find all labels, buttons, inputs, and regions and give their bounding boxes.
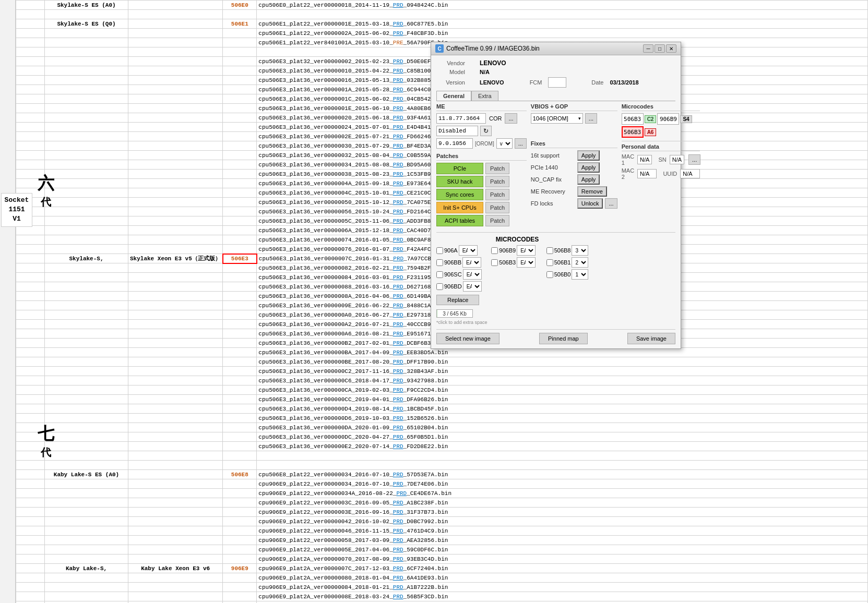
tab-general[interactable]: General <box>436 91 471 101</box>
mc2-badge: S4 <box>680 115 692 123</box>
col-e-cell: cpu506E3_plat36_ver000000C2_2017-11-16_P… <box>257 367 868 376</box>
mc-check-906BD[interactable]: 906BD EA <box>436 281 488 292</box>
skuhack-patch-action[interactable]: Patch <box>485 176 509 187</box>
synccores-patch-button[interactable]: Sync cores <box>436 189 483 200</box>
mc-506B1-select[interactable]: 2A <box>572 257 588 268</box>
col-d-cell <box>223 479 257 489</box>
col-e-cell <box>257 451 868 461</box>
col-c-cell <box>128 489 223 498</box>
vbios-dropdown[interactable]: 1046 [OROM] ▾ <box>531 113 583 124</box>
col-a-cell <box>16 226 45 235</box>
me-dots-button[interactable]: ... <box>505 113 517 124</box>
mc-check-506B1[interactable]: 506B1 2A <box>546 257 598 268</box>
maximize-button[interactable]: □ <box>655 44 665 53</box>
mc-check-906BB[interactable]: 906BB EA <box>436 257 488 268</box>
col-c-cell <box>128 376 223 385</box>
col-c-cell <box>128 329 223 339</box>
mc-check-506B8[interactable]: 506B8 34 <box>546 245 598 256</box>
vbios-dots-button[interactable]: ... <box>585 113 597 124</box>
fix-fdlocks-unlock[interactable]: Unlock <box>577 198 603 209</box>
replace-button[interactable]: Replace <box>436 295 479 305</box>
close-button[interactable]: ✕ <box>666 44 676 53</box>
fix-16t-apply[interactable]: Apply <box>577 150 600 161</box>
mc-check-506B3-input[interactable] <box>491 259 498 266</box>
select-new-image-button[interactable]: Select new image <box>436 333 500 344</box>
mc-check-906B9[interactable]: 906B9 EA <box>491 245 543 256</box>
col-d-cell <box>223 367 257 376</box>
mc-check-906SC[interactable]: 906SC EA <box>436 269 488 280</box>
mc-check-906A-input[interactable] <box>436 247 443 254</box>
mc-check-906BD-input[interactable] <box>436 283 443 290</box>
me-version2-row: [OROM] v ... <box>436 138 527 149</box>
mc-check-506B3[interactable]: 506B3 EA <box>491 257 543 268</box>
col-b-cell <box>45 404 128 414</box>
fix-nocapfix-apply[interactable]: Apply <box>577 174 600 185</box>
mc-506B8-select[interactable]: 34 <box>572 245 588 256</box>
mc-906SC-select[interactable]: EA <box>463 269 482 280</box>
mc-906B9-select[interactable]: EA <box>517 245 536 256</box>
me-version2-dots[interactable]: ... <box>515 138 527 149</box>
pinned-map-button[interactable]: Pinned map <box>539 333 588 344</box>
col-d-cell <box>223 583 257 592</box>
refresh-button[interactable]: ↻ <box>480 126 492 136</box>
disabled-input[interactable] <box>436 126 478 136</box>
mc-906A-select[interactable]: EA <box>459 245 478 256</box>
me-value-input[interactable] <box>436 113 486 124</box>
skuhack-patch-button[interactable]: SKU hack <box>436 176 483 187</box>
fdlocks-dots-button[interactable]: ... <box>605 198 617 209</box>
me-version2-select[interactable]: v <box>496 138 513 149</box>
mc-check-506B0-input[interactable] <box>546 271 553 278</box>
col-b-cell <box>45 226 128 235</box>
mc-check-906A[interactable]: 906A EA <box>436 245 488 256</box>
initscpus-patch-action[interactable]: Patch <box>485 202 509 213</box>
progress-box[interactable]: 3 / 645 Kb <box>436 309 473 318</box>
col-b-cell <box>45 104 128 113</box>
col-b-cell <box>45 385 128 395</box>
col-c-cell <box>128 404 223 414</box>
pcie-patch-action[interactable]: Patch <box>485 163 509 174</box>
mc1-box[interactable]: 506B3 <box>622 113 644 125</box>
mc-check-906B9-input[interactable] <box>491 247 498 254</box>
initscpus-patch-button[interactable]: Init S+ CPUs <box>436 202 483 213</box>
col-d-cell <box>223 423 257 432</box>
mc-906BB-select[interactable]: EA <box>462 257 481 268</box>
mc-506B3-select[interactable]: EA <box>517 257 536 268</box>
mc2-box[interactable]: 906B9 <box>657 113 679 125</box>
mc-check-506B8-input[interactable] <box>546 247 553 254</box>
acpitables-patch-button[interactable]: ACPI tables <box>436 215 483 226</box>
col-d-cell <box>223 348 257 357</box>
col-e-cell: cpu906E9_plat22_ver0000005E_2017-04-06_P… <box>257 545 868 554</box>
minimize-button[interactable]: ─ <box>643 44 653 53</box>
mc-check-506B0[interactable]: 506B0 18 <box>546 269 598 280</box>
vendor-row: Vendor LENOVO <box>436 59 675 67</box>
mc-check-506B1-input[interactable] <box>546 259 553 266</box>
fcm-input[interactable] <box>548 77 566 88</box>
col-e-cell: cpu906E9_plat2A_ver00000084_2018-01-21_P… <box>257 583 868 592</box>
me-version2-input[interactable] <box>436 138 473 149</box>
col-d-cell <box>223 273 257 282</box>
col-d-cell: 906E9 <box>223 564 257 573</box>
mc-506B0-select[interactable]: 18 <box>572 269 588 280</box>
col-d-cell <box>223 282 257 292</box>
mc-check-906BB-input[interactable] <box>436 259 443 266</box>
col-a-cell <box>16 320 45 329</box>
acpitables-patch-action[interactable]: Patch <box>485 215 509 226</box>
col-c-cell <box>128 301 223 310</box>
col-d-cell <box>223 141 257 151</box>
mc-906BD-select[interactable]: EA <box>463 281 482 292</box>
fix-pcie1440-apply[interactable]: Apply <box>577 162 600 173</box>
synccores-patch-action[interactable]: Patch <box>485 189 509 200</box>
col-a-cell <box>16 94 45 104</box>
col-b-cell <box>45 292 128 301</box>
tab-extra[interactable]: Extra <box>471 91 498 101</box>
mc-check-906SC-input[interactable] <box>436 271 443 278</box>
col-a-cell <box>16 76 45 85</box>
save-image-button[interactable]: Save image <box>627 333 675 344</box>
col-b-cell <box>45 29 128 38</box>
col-a-cell <box>16 57 45 66</box>
col-c-cell <box>128 188 223 198</box>
mc3-box[interactable]: 506B3 <box>622 126 644 138</box>
fix-merecovery-remove[interactable]: Remove <box>577 186 607 197</box>
sn-dots-button[interactable]: ... <box>688 154 700 165</box>
pcie-patch-button[interactable]: PCIe <box>436 163 483 174</box>
